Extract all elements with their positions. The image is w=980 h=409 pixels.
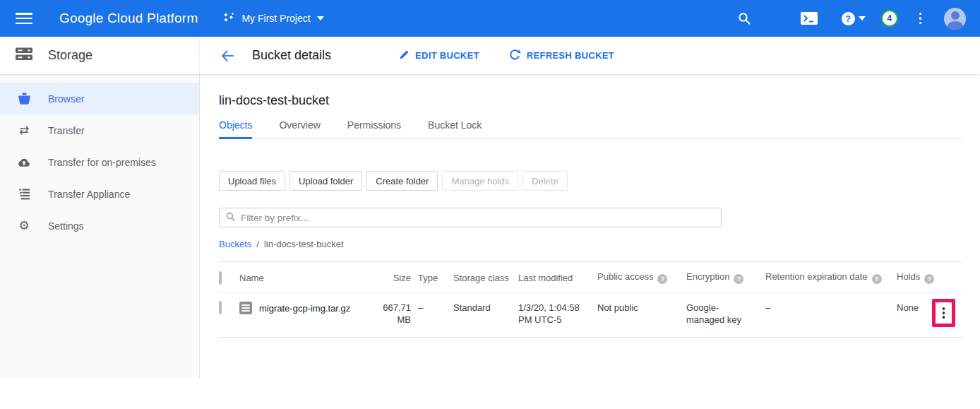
column-header-storage-class[interactable]: Storage class xyxy=(453,262,518,293)
help-menu[interactable] xyxy=(842,12,866,25)
column-header-size[interactable]: Size xyxy=(376,262,418,293)
sidebar-item-browser[interactable]: Browser xyxy=(0,83,199,114)
tab-bar: Objects Overview Permissions Bucket Lock xyxy=(219,119,962,139)
sidebar-item-transfer-appliance[interactable]: Transfer Appliance xyxy=(0,178,199,210)
cell-retention: – xyxy=(765,293,897,338)
select-all-checkbox[interactable] xyxy=(219,271,222,285)
object-toolbar: Upload files Upload folder Create folder… xyxy=(219,171,962,191)
chevron-down-icon xyxy=(317,16,324,20)
topbar-actions: 4 xyxy=(737,8,967,30)
product-section: Storage xyxy=(0,37,200,74)
refresh-bucket-label: REFRESH BUCKET xyxy=(527,50,614,61)
sidebar-item-label: Settings xyxy=(48,220,84,232)
tab-overview[interactable]: Overview xyxy=(279,119,320,138)
sidebar: Browser ⇄ Transfer Transfer for on-premi… xyxy=(0,74,200,378)
search-icon xyxy=(225,211,236,225)
column-header-encryption[interactable]: Encryption xyxy=(686,262,765,293)
bucket-name-heading: lin-docs-test-bucket xyxy=(219,93,962,108)
top-navigation-bar: Google Cloud Platform My First Project xyxy=(0,0,980,37)
sidebar-item-transfer[interactable]: ⇄ Transfer xyxy=(0,114,199,146)
project-name: My First Project xyxy=(241,13,310,24)
file-icon xyxy=(239,302,252,314)
chevron-down-icon xyxy=(859,16,866,20)
upload-folder-button[interactable]: Upload folder xyxy=(289,171,362,191)
row-more-vert-icon[interactable] xyxy=(943,307,945,319)
breadcrumb-current: lin-docs-test-bucket xyxy=(264,239,344,249)
help-icon[interactable] xyxy=(657,274,667,284)
column-header-last-modified[interactable]: Last modified xyxy=(518,262,597,293)
delete-button[interactable]: Delete xyxy=(522,171,568,191)
edit-bucket-button[interactable]: EDIT BUCKET xyxy=(399,49,479,62)
page-header: Bucket details EDIT BUCKET REFRESH BUCKE… xyxy=(200,47,614,65)
sidebar-item-transfer-on-premises[interactable]: Transfer for on-premises xyxy=(0,146,199,178)
avatar[interactable] xyxy=(944,8,966,30)
menu-icon[interactable] xyxy=(16,13,32,24)
help-icon[interactable] xyxy=(872,274,882,284)
cell-encryption: Google-managed key xyxy=(686,293,765,338)
annotation-highlight-box xyxy=(932,299,955,327)
section-title: Storage xyxy=(48,48,92,63)
refresh-bucket-button[interactable]: REFRESH BUCKET xyxy=(509,49,614,63)
cell-holds: None xyxy=(897,293,932,338)
help-icon xyxy=(842,12,855,25)
table-row: migrate-gcp-img.tar.gz 667.71 MB – Stand… xyxy=(219,293,962,338)
tab-permissions[interactable]: Permissions xyxy=(347,119,401,138)
notifications-badge[interactable]: 4 xyxy=(881,10,898,27)
tab-objects[interactable]: Objects xyxy=(219,119,252,138)
column-header-retention[interactable]: Retention expiration date xyxy=(765,262,897,293)
column-header-type[interactable]: Type xyxy=(418,262,453,293)
cell-type: – xyxy=(418,293,453,338)
cell-size: 667.71 MB xyxy=(376,293,418,338)
breadcrumb-buckets-link[interactable]: Buckets xyxy=(219,239,251,249)
column-header-holds[interactable]: Holds xyxy=(897,262,932,293)
cell-last-modified: 1/3/20, 1:04:58 PM UTC-5 xyxy=(518,293,597,338)
back-arrow-icon[interactable] xyxy=(218,47,237,65)
create-folder-button[interactable]: Create folder xyxy=(366,171,438,191)
column-header-public-access[interactable]: Public access xyxy=(597,262,686,293)
row-checkbox[interactable] xyxy=(219,301,222,314)
table-header-row: Name Size Type Storage class Last modifi… xyxy=(219,262,962,293)
refresh-icon xyxy=(509,49,521,63)
manage-holds-button[interactable]: Manage holds xyxy=(442,171,518,191)
cell-storage-class: Standard xyxy=(453,293,518,338)
project-selector[interactable]: My First Project xyxy=(223,11,323,26)
gear-icon: ⚙ xyxy=(17,220,31,232)
column-header-name[interactable]: Name xyxy=(239,262,376,293)
bucket-icon xyxy=(17,93,31,105)
tab-bucket-lock[interactable]: Bucket Lock xyxy=(428,119,482,138)
search-icon[interactable] xyxy=(737,11,751,25)
breadcrumb-separator: / xyxy=(256,239,259,249)
app-header-bar: Storage Bucket details EDIT BUCKET xyxy=(0,37,980,74)
more-vert-icon[interactable] xyxy=(915,11,926,26)
sidebar-item-label: Transfer xyxy=(48,125,85,136)
main-content: lin-docs-test-bucket Objects Overview Pe… xyxy=(200,74,980,378)
sidebar-item-settings[interactable]: ⚙ Settings xyxy=(0,210,199,242)
pencil-icon xyxy=(399,49,410,62)
project-icon xyxy=(223,11,235,26)
objects-table: Name Size Type Storage class Last modifi… xyxy=(219,261,962,338)
sidebar-item-label: Transfer Appliance xyxy=(48,189,130,200)
cloud-shell-icon[interactable] xyxy=(801,12,818,25)
breadcrumb: Buckets / lin-docs-test-bucket xyxy=(219,239,962,249)
swap-arrows-icon: ⇄ xyxy=(17,124,31,136)
product-logo[interactable]: Google Cloud Platform xyxy=(59,11,198,26)
upload-files-button[interactable]: Upload files xyxy=(219,171,285,191)
sidebar-item-label: Transfer for on-premises xyxy=(48,157,156,168)
help-icon[interactable] xyxy=(734,274,743,284)
page-title: Bucket details xyxy=(252,48,331,63)
cell-public-access: Not public xyxy=(597,293,686,338)
sidebar-item-label: Browser xyxy=(48,93,84,105)
appliance-icon xyxy=(17,187,31,201)
cloud-upload-icon xyxy=(17,156,31,168)
filter-field xyxy=(219,208,722,227)
storage-icon xyxy=(15,47,33,64)
edit-bucket-label: EDIT BUCKET xyxy=(415,50,479,61)
filter-input[interactable] xyxy=(241,213,715,223)
object-name-link[interactable]: migrate-gcp-img.tar.gz xyxy=(259,302,350,314)
